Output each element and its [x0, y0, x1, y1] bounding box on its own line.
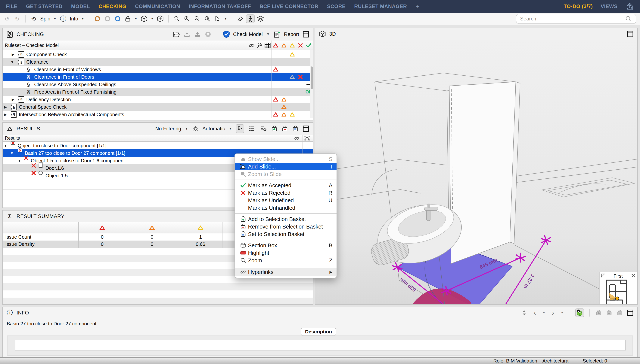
spin-label[interactable]: Spin: [40, 16, 50, 22]
menu-views[interactable]: VIEWS: [600, 4, 617, 10]
parameters-column-icon[interactable]: [257, 42, 263, 48]
rule-row-clearance-ceilings[interactable]: § Clearance Above Suspended Ceilings: [3, 81, 313, 88]
rule-row-clearance-windows[interactable]: § Clearance in Front of Windows: [3, 66, 313, 73]
previous-issue-icon[interactable]: ‹: [531, 309, 539, 317]
floorplan-minimap[interactable]: First: [599, 272, 637, 304]
next-issue-icon[interactable]: ›: [549, 309, 557, 317]
info-mode-label[interactable]: Info: [70, 16, 78, 22]
check-model-shield-icon[interactable]: [223, 30, 230, 38]
menu-score[interactable]: SCORE: [327, 4, 346, 10]
ruleset-row-component-check[interactable]: ▶ § Component Check: [3, 51, 313, 58]
visibility-dropdown-icon[interactable]: ▼: [134, 17, 138, 21]
checking-panel-layout-icon[interactable]: [302, 31, 310, 38]
menu-item-mark-unhandled[interactable]: Mark as Unhandled: [235, 204, 337, 212]
results-mode-select[interactable]: Automatic: [202, 126, 225, 132]
menu-add-view-button[interactable]: +: [416, 3, 419, 10]
home-layout-icon[interactable]: [625, 2, 634, 11]
spin-dropdown-icon[interactable]: ▼: [53, 17, 57, 21]
hide-component-icon[interactable]: [113, 14, 122, 23]
view-cube-icon[interactable]: [140, 14, 148, 23]
description-input[interactable]: [15, 340, 626, 350]
add-to-basket-icon[interactable]: [271, 126, 278, 132]
results-tree-header[interactable]: Results: [3, 135, 313, 142]
search-input[interactable]: [520, 16, 622, 22]
lock-icon[interactable]: [123, 14, 132, 23]
redo-icon[interactable]: ↻: [13, 14, 22, 23]
info-panel-layout-icon[interactable]: [626, 310, 634, 316]
rule-row-free-area[interactable]: § Free Area in Front of Fixed Furnishing…: [3, 88, 313, 96]
transparent-component-icon[interactable]: [93, 14, 102, 23]
results-panel-layout-icon[interactable]: [302, 126, 310, 132]
menu-item-zoom[interactable]: ZoomZ: [235, 257, 337, 264]
filter-dropdown-icon[interactable]: ▼: [185, 127, 188, 130]
accepted-column-icon[interactable]: [306, 43, 311, 48]
moderate-severity-icon[interactable]: [290, 43, 295, 48]
hyperlink-column-icon[interactable]: [249, 42, 255, 48]
previous-dropdown-icon[interactable]: ▼: [542, 311, 545, 315]
list-view-icon[interactable]: [247, 124, 256, 133]
menu-item-add-slide[interactable]: Add Slide...I: [235, 163, 337, 170]
menu-ruleset-manager[interactable]: RULESET MANAGER: [354, 4, 407, 10]
menu-item-hyperlinks[interactable]: Hyperlinks▶: [235, 268, 337, 276]
mode-dropdown-icon[interactable]: ▼: [229, 127, 232, 130]
description-tab[interactable]: Description: [301, 328, 336, 336]
automatic-gear-icon[interactable]: [192, 126, 199, 132]
minimap-close-icon[interactable]: [631, 274, 635, 279]
collapse-arrow-icon[interactable]: ▼: [11, 60, 14, 64]
select-dropdown-icon[interactable]: ▼: [224, 17, 227, 21]
menu-get-started[interactable]: GET STARTED: [26, 4, 63, 10]
menu-item-add-selection-basket[interactable]: Add to Selection Basket: [235, 216, 337, 223]
viewer-panel-layout-icon[interactable]: [626, 31, 634, 37]
zoom-select-icon[interactable]: [172, 14, 181, 23]
spin-icon[interactable]: ⟲: [29, 14, 38, 23]
import-ruleset-icon[interactable]: [183, 31, 191, 38]
menu-item-show-slide[interactable]: Show Slide...S: [235, 155, 337, 163]
show-component-info-icon[interactable]: [575, 308, 584, 317]
menu-item-set-selection-basket[interactable]: Set to Selection Basket: [235, 230, 337, 238]
view-dropdown-icon[interactable]: ▼: [151, 17, 154, 21]
collapse-arrow-icon[interactable]: ▼: [18, 159, 21, 162]
ghost-component-icon[interactable]: [103, 14, 112, 23]
set-basket-icon[interactable]: [292, 126, 299, 132]
checking-scrollbar[interactable]: [310, 50, 313, 118]
menu-item-zoom-to-slide[interactable]: Zoom to Slide: [235, 170, 337, 178]
check-model-dropdown-icon[interactable]: ▼: [267, 32, 270, 36]
report-button[interactable]: Report: [284, 32, 299, 37]
critical-severity-icon[interactable]: [273, 43, 278, 48]
tree-view-icon[interactable]: [236, 124, 244, 133]
list-settings-icon[interactable]: [259, 124, 268, 133]
menu-item-mark-accepted[interactable]: Mark as AcceptedA: [235, 182, 337, 189]
menu-file[interactable]: FILE: [6, 4, 18, 10]
walk-mode-icon[interactable]: [246, 14, 255, 23]
menu-model[interactable]: MODEL: [71, 4, 90, 10]
collapse-arrow-icon[interactable]: ▼: [4, 144, 7, 148]
fit-view-icon[interactable]: [156, 14, 165, 23]
ruleset-row-clearance[interactable]: ▼ § Clearance: [3, 58, 313, 66]
menu-item-section-box[interactable]: Section BoxB: [235, 242, 337, 249]
ruleset-row-deficiency-detection[interactable]: ▶ § Deficiency Detection: [3, 96, 313, 103]
undo-icon[interactable]: ↺: [3, 14, 11, 23]
expand-arrow-icon[interactable]: ▶: [4, 113, 7, 116]
import-rules-icon[interactable]: [194, 31, 201, 38]
ruleset-row-intersections[interactable]: ▶ § Intersections Between Architectural …: [3, 111, 313, 118]
open-ruleset-icon[interactable]: [173, 31, 180, 38]
rejected-column-icon[interactable]: [298, 43, 303, 48]
menu-information-takeoff[interactable]: INFORMATION TAKEOFF: [189, 4, 251, 10]
collapse-arrow-icon[interactable]: ▼: [10, 152, 14, 155]
menu-item-highlight[interactable]: Highlight: [235, 249, 337, 257]
menu-item-remove-selection-basket[interactable]: Remove from Selection Basket: [235, 223, 337, 230]
menu-communication[interactable]: COMMUNICATION: [135, 4, 180, 10]
info-mode-icon[interactable]: ⓘ: [59, 14, 68, 23]
expand-arrow-icon[interactable]: ▶: [4, 105, 7, 109]
viewport-3d[interactable]: 845 mm 1.27 m 830 mm First: [315, 40, 637, 304]
global-search-box[interactable]: [516, 14, 636, 24]
menu-item-mark-rejected[interactable]: Mark as RejectedR: [235, 189, 337, 197]
rule-row-clearance-doors-selected[interactable]: § Clearance in Front of Doors: [3, 73, 313, 81]
zoom-in-icon[interactable]: [183, 14, 191, 23]
severe-severity-icon[interactable]: [281, 43, 287, 48]
layers-icon[interactable]: [256, 14, 265, 23]
table-column-icon[interactable]: [265, 42, 271, 48]
sort-updown-icon[interactable]: [521, 310, 528, 316]
select-cursor-icon[interactable]: [213, 14, 222, 23]
zoom-out-icon[interactable]: [193, 14, 201, 23]
